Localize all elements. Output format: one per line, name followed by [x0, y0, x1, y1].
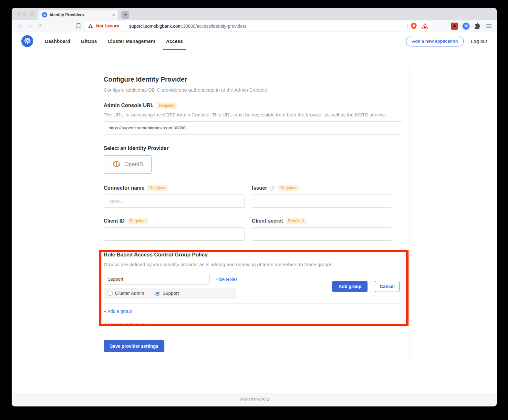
- forward-icon[interactable]: ▷: [28, 23, 32, 29]
- divider: [104, 271, 402, 271]
- connector-name-input[interactable]: [104, 195, 245, 208]
- site-navbar: ☸ Dashboard GitOps Cluster Management Ac…: [12, 32, 497, 50]
- admin-console-url-label-row: Admin Console URL Required: [104, 102, 402, 109]
- window-controls: [12, 8, 38, 20]
- chevron-down-icon: [143, 323, 147, 326]
- client-secret-field: Client secret Required: [252, 218, 392, 241]
- url-divider: [126, 24, 126, 29]
- connector-name-label: Connector name: [104, 185, 144, 191]
- svg-text:☸: ☸: [43, 13, 46, 17]
- issuer-input[interactable]: [252, 195, 392, 208]
- address-bar[interactable]: Not Secure superci.somebigbank.com :3088…: [84, 21, 432, 31]
- url-divider: [407, 24, 408, 29]
- cancel-button[interactable]: Cancel: [375, 281, 399, 292]
- select-identity-provider-label: Select an Identity Provider: [104, 145, 402, 151]
- issuer-label: Issuer: [252, 185, 267, 191]
- client-secret-label: Client secret: [252, 218, 283, 224]
- rbac-section: Role Based Access Control Group Policy G…: [104, 252, 402, 314]
- client-secret-input[interactable]: [252, 227, 392, 241]
- role-radio-support[interactable]: Support: [155, 291, 179, 296]
- zoom-window-icon[interactable]: [30, 12, 34, 16]
- kubernetes-logo-icon[interactable]: ☸: [21, 35, 33, 47]
- nav-item-access[interactable]: Access: [166, 32, 183, 50]
- bat-icon[interactable]: [421, 23, 428, 29]
- bookmark-icon[interactable]: [76, 23, 81, 29]
- page-content: Configure Identity Provider Configure ad…: [12, 50, 497, 393]
- footer-bar: 1609167061514: [12, 393, 497, 406]
- role-label: Support: [162, 291, 179, 296]
- required-badge: Required: [147, 185, 168, 191]
- reload-icon[interactable]: ⟳: [38, 23, 42, 29]
- group-name-input[interactable]: [104, 274, 210, 285]
- new-tab-button[interactable]: +: [121, 11, 129, 19]
- url-host: superci.somebigbank.com: [129, 24, 182, 29]
- role-radio-cluster-admin[interactable]: Cluster Admin: [108, 291, 144, 296]
- required-badge: Required: [157, 102, 177, 109]
- openid-provider-name: OpenID: [124, 161, 143, 168]
- brave-shield-icon[interactable]: [411, 23, 417, 29]
- close-window-icon[interactable]: [17, 12, 21, 16]
- hide-roles-link[interactable]: Hide Roles: [215, 277, 237, 282]
- back-icon[interactable]: ◁: [18, 23, 22, 29]
- radio-unchecked-icon: [108, 291, 113, 296]
- minimize-window-icon[interactable]: [23, 12, 27, 16]
- client-id-input[interactable]: [104, 227, 245, 241]
- page-title: Configure Identity Provider: [104, 76, 402, 83]
- openid-logo-icon: [112, 160, 121, 169]
- issuer-field: Issuer ? Required: [252, 185, 392, 208]
- extensions-puzzle-icon[interactable]: [474, 23, 481, 29]
- client-id-label: Client ID: [104, 218, 125, 224]
- admin-console-url-input[interactable]: [104, 121, 402, 135]
- configure-identity-provider-card: Configure Identity Provider Configure ad…: [96, 67, 410, 359]
- required-badge: Required: [286, 218, 306, 224]
- browser-toolbar: ◁ ▷ ⟳ Not Secure superci.somebigbank.com…: [12, 20, 497, 32]
- required-badge: Required: [278, 185, 299, 191]
- menu-icon[interactable]: [486, 24, 492, 28]
- required-badge: Required: [128, 218, 148, 224]
- role-label: Cluster Admin: [115, 291, 144, 296]
- browser-tab[interactable]: ☸ Identity Providers ×: [38, 10, 118, 20]
- add-new-application-button[interactable]: Add a new application: [406, 36, 464, 46]
- logout-link[interactable]: Log out: [471, 38, 487, 44]
- save-provider-settings-button[interactable]: Save provider settings: [104, 340, 164, 352]
- footer-timestamp: 1609167061514: [239, 397, 269, 402]
- divider: [104, 303, 402, 304]
- close-tab-icon[interactable]: ×: [112, 13, 115, 17]
- admin-console-url-help: The URL for accessing the KOTS Admin Con…: [104, 112, 402, 117]
- page-subtitle: Configure additional ODIC providers to a…: [104, 87, 402, 93]
- kubernetes-favicon-icon: ☸: [42, 12, 47, 17]
- nav-item-dashboard[interactable]: Dashboard: [45, 32, 70, 50]
- help-icon[interactable]: ?: [270, 185, 275, 191]
- add-a-group-link[interactable]: + Add a group: [104, 309, 132, 314]
- roles-radio-group: Cluster Admin Support: [104, 288, 236, 299]
- browser-window: ☸ Identity Providers × + ◁ ▷ ⟳ Not Secur…: [12, 8, 497, 406]
- radio-checked-icon: [155, 291, 160, 296]
- profile-avatar[interactable]: M: [462, 23, 470, 30]
- connector-name-field: Connector name Required: [104, 185, 245, 208]
- advanced-options-link[interactable]: Advanced options: [104, 322, 147, 327]
- red-extension-icon[interactable]: ✺: [451, 23, 458, 30]
- openid-provider-tile[interactable]: OpenID: [104, 155, 151, 174]
- warning-triangle-icon: [88, 24, 93, 28]
- add-group-button[interactable]: Add group: [332, 281, 368, 292]
- nav-item-gitops[interactable]: GitOps: [81, 32, 97, 50]
- not-secure-label: Not Secure: [96, 24, 119, 28]
- rbac-title: Role Based Access Control Group Policy: [104, 252, 402, 258]
- rbac-description: Groups are defined by your identity prov…: [104, 262, 402, 267]
- admin-console-url-label: Admin Console URL: [104, 103, 154, 108]
- tab-title: Identity Providers: [50, 13, 109, 17]
- tab-strip: ☸ Identity Providers × +: [12, 8, 497, 20]
- nav-item-cluster-management[interactable]: Cluster Management: [108, 32, 155, 50]
- url-path: :30880/access/identity-providers: [181, 24, 246, 29]
- client-id-field: Client ID Required: [104, 218, 245, 241]
